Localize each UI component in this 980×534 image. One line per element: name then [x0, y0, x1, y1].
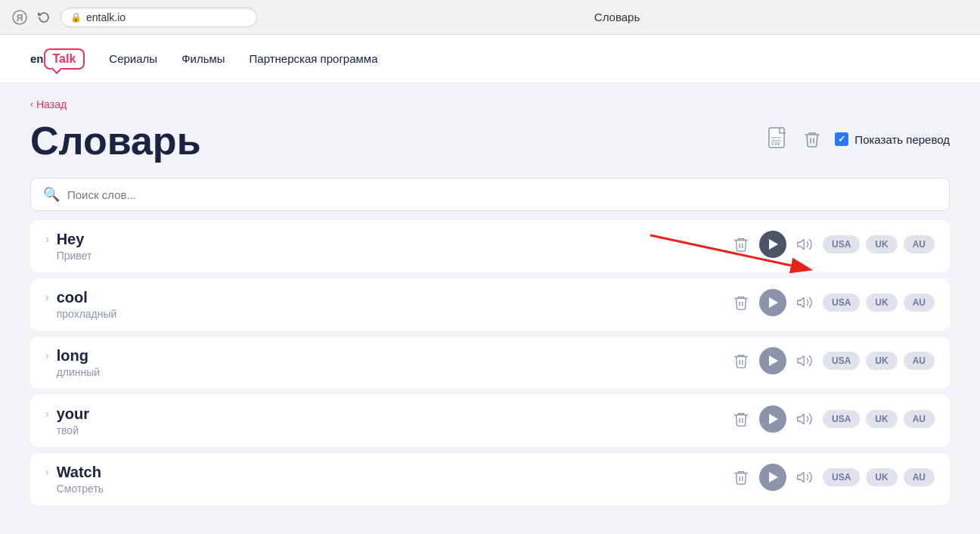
word-ru-cool: прохладный	[57, 308, 117, 320]
search-icon: 🔍	[43, 186, 60, 203]
word-actions-long: USA UK AU	[729, 347, 935, 374]
site-header: en Talk Сериалы Фильмы Партнерская прогр…	[0, 35, 980, 83]
play-icon	[769, 414, 778, 424]
volume-long-button[interactable]	[792, 349, 817, 373]
logo-en: en	[30, 52, 44, 65]
play-icon	[769, 355, 778, 366]
show-translation-toggle[interactable]: Показать перевод	[835, 132, 950, 146]
word-item-hey: › Hey Привет USA UK AU	[30, 220, 950, 272]
browser-chrome: Я 🔒 entalk.io Словарь	[0, 0, 980, 35]
word-item-watch: › Watch Смотреть USA UK AU	[30, 453, 950, 505]
word-left-hey: › Hey Привет	[45, 231, 91, 262]
nav-partner[interactable]: Партнерская программа	[250, 52, 378, 65]
dialect-au-long[interactable]: AU	[904, 352, 935, 370]
dialect-usa-long[interactable]: USA	[823, 352, 860, 370]
volume-cool-button[interactable]	[792, 290, 817, 315]
word-en-hey: Hey	[57, 231, 92, 248]
lock-icon: 🔒	[70, 12, 82, 23]
delete-cool-button[interactable]	[729, 290, 753, 315]
play-icon	[769, 297, 778, 308]
dialect-usa-cool[interactable]: USA	[823, 293, 860, 312]
back-label: Назад	[36, 98, 67, 110]
dialect-usa-watch[interactable]: USA	[823, 468, 860, 486]
delete-your-button[interactable]	[729, 407, 753, 431]
show-translation-checkbox[interactable]	[835, 132, 848, 146]
play-icon	[769, 239, 778, 250]
word-ru-hey: Привет	[57, 250, 92, 262]
word-actions-cool: USA UK AU	[729, 289, 935, 316]
dialect-usa-hey[interactable]: USA	[823, 235, 860, 253]
word-en-your: your	[57, 405, 89, 423]
nav-serials[interactable]: Сериалы	[109, 52, 157, 65]
svg-text:csv: csv	[771, 141, 780, 146]
word-actions-watch: USA UK AU	[729, 464, 935, 491]
word-ru-watch: Смотреть	[57, 483, 104, 495]
search-input[interactable]	[67, 188, 937, 201]
delete-long-button[interactable]	[729, 349, 753, 373]
word-item-cool: › cool прохладный USA UK AU	[30, 278, 950, 331]
dialect-uk-long[interactable]: UK	[866, 352, 897, 370]
url-text: entalk.io	[86, 11, 126, 23]
word-ru-long: длинный	[57, 366, 101, 378]
dialect-uk-hey[interactable]: UK	[866, 235, 897, 253]
dialect-uk-cool[interactable]: UK	[866, 293, 897, 312]
logo-talk: Talk	[44, 48, 85, 70]
word-actions-your: USA UK AU	[729, 405, 935, 433]
expand-your-icon[interactable]: ›	[45, 408, 49, 420]
word-left-your: › your твой	[45, 405, 89, 436]
dialect-au-hey[interactable]: AU	[904, 235, 935, 253]
back-link[interactable]: ‹ Назад	[30, 98, 950, 110]
dialect-au-cool[interactable]: AU	[904, 293, 935, 312]
delete-watch-button[interactable]	[729, 465, 753, 489]
reload-icon[interactable]	[36, 10, 51, 25]
main-content: ‹ Назад Словарь csv	[0, 83, 980, 534]
word-left-watch: › Watch Смотреть	[45, 464, 104, 495]
page-header: Словарь csv Показат	[30, 120, 950, 163]
dialect-usa-your[interactable]: USA	[823, 410, 860, 428]
search-container: 🔍	[30, 178, 950, 211]
word-ru-your: твой	[57, 424, 89, 436]
dialect-uk-watch[interactable]: UK	[866, 468, 897, 486]
dialect-au-watch[interactable]: AU	[904, 468, 935, 486]
play-hey-button[interactable]	[759, 231, 786, 258]
play-watch-button[interactable]	[759, 464, 786, 491]
play-cool-button[interactable]	[759, 289, 786, 316]
delete-all-button[interactable]	[799, 126, 826, 153]
logo[interactable]: en Talk	[30, 48, 85, 70]
address-bar[interactable]: 🔒 entalk.io	[60, 8, 257, 27]
word-list: › Hey Привет USA UK AU	[30, 220, 950, 511]
dialect-uk-your[interactable]: UK	[866, 410, 897, 428]
play-icon	[769, 472, 778, 483]
play-your-button[interactable]	[759, 405, 786, 433]
expand-long-icon[interactable]: ›	[45, 349, 49, 362]
toolbar: csv Показать перевод	[767, 120, 950, 153]
volume-watch-button[interactable]	[792, 465, 817, 489]
expand-hey-icon[interactable]: ›	[45, 233, 49, 245]
play-long-button[interactable]	[759, 347, 786, 374]
word-en-long: long	[57, 347, 101, 365]
back-chevron-icon: ‹	[30, 99, 33, 110]
browser-yandex-icon[interactable]: Я	[12, 10, 27, 25]
svg-text:Я: Я	[17, 13, 23, 23]
page-title: Словарь	[30, 120, 201, 163]
show-translation-label: Показать перевод	[854, 133, 950, 146]
delete-hey-button[interactable]	[729, 232, 753, 256]
nav-films[interactable]: Фильмы	[181, 52, 225, 65]
expand-watch-icon[interactable]: ›	[45, 466, 49, 478]
word-actions-hey: USA UK AU	[729, 231, 935, 258]
word-en-watch: Watch	[57, 464, 104, 481]
word-item-your: › your твой USA UK AU	[30, 395, 950, 447]
word-left-cool: › cool прохладный	[45, 289, 116, 320]
export-csv-button[interactable]: csv	[767, 126, 789, 152]
volume-your-button[interactable]	[792, 407, 817, 431]
word-en-cool: cool	[57, 289, 117, 306]
expand-cool-icon[interactable]: ›	[45, 291, 49, 303]
word-left-long: › long длинный	[45, 347, 100, 378]
dialect-au-your[interactable]: AU	[904, 410, 935, 428]
browser-page-title: Словарь	[266, 11, 968, 23]
word-item-long: › long длинный USA UK AU	[30, 337, 950, 389]
volume-hey-button[interactable]	[792, 232, 817, 256]
